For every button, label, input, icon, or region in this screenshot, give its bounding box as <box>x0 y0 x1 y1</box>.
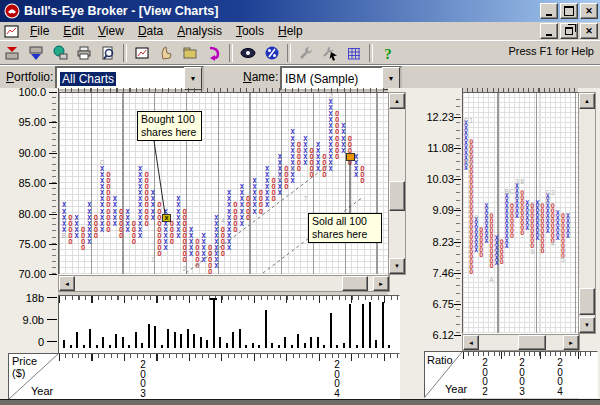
trade-marker-buy[interactable]: X <box>162 214 171 222</box>
annotation-sold[interactable]: Sold all 100 shares here <box>308 213 382 243</box>
y-axis-label: 8.23 <box>420 236 454 248</box>
menu-item-file[interactable]: File <box>23 23 56 39</box>
price-horizontal-scrollbar[interactable]: ◄ ► <box>58 275 390 292</box>
volume-bar <box>382 302 384 348</box>
month-marker: 7 <box>301 196 309 202</box>
window-bottom-border <box>0 399 600 405</box>
close-button[interactable]: ✕ <box>580 3 598 19</box>
undo-icon[interactable] <box>202 42 226 64</box>
y-axis-label: 9.09 <box>420 204 454 216</box>
volume-bar <box>180 334 182 348</box>
scroll-thumb[interactable] <box>342 276 368 291</box>
volume-bar <box>330 313 332 348</box>
y-axis-tick <box>454 273 461 274</box>
price-point-figure-chart[interactable]: X X X X XO O O O OX X X XO O O OX X X X … <box>58 92 390 275</box>
month-marker: 5 <box>276 175 284 181</box>
price-axis-title: Price ($) <box>12 355 37 379</box>
help-icon[interactable]: ? <box>376 42 400 64</box>
volume-bar <box>122 337 124 348</box>
volume-bar <box>265 310 267 348</box>
y-axis-label: 12.23 <box>420 111 454 123</box>
tools-wrench-icon[interactable] <box>294 42 318 64</box>
menu-item-tools[interactable]: Tools <box>229 23 271 39</box>
scroll-down-button[interactable]: ▼ <box>579 317 595 333</box>
y-axis-tick <box>49 214 57 215</box>
menu-item-edit[interactable]: Edit <box>56 23 91 39</box>
minimize-button[interactable] <box>540 3 558 19</box>
volume-bar <box>258 345 260 348</box>
price-vertical-scrollbar[interactable]: ▲ ▼ <box>388 92 406 275</box>
ratio-point-figure-chart[interactable]: X X X X X X X X X XO O O O O O O O O O O… <box>462 92 580 334</box>
y-axis-tick <box>454 304 461 305</box>
menu-item-help[interactable]: Help <box>271 23 310 39</box>
ratio-axis-minor-ticks <box>456 92 460 333</box>
volume-axis-tick <box>47 297 57 298</box>
name-label: Name: <box>243 70 278 84</box>
scroll-right-button[interactable]: ► <box>373 276 389 291</box>
y-axis-label: 75.00 <box>4 238 46 250</box>
volume-bar <box>109 345 111 348</box>
portfolio-file-icon[interactable] <box>178 42 202 64</box>
y-axis-label: 10.03 <box>420 173 454 185</box>
month-marker: 3 <box>193 263 201 269</box>
ratio-horizontal-scrollbar[interactable]: ◄ ► <box>462 334 580 351</box>
volume-bar <box>213 299 215 348</box>
internet-download-icon[interactable] <box>48 42 72 64</box>
scroll-thumb[interactable] <box>518 335 546 350</box>
menu-item-view[interactable]: View <box>91 23 131 39</box>
year-axis-title: Year <box>445 383 467 395</box>
menu-item-analysis[interactable]: Analysis <box>170 23 229 39</box>
trade-marker-sell[interactable] <box>346 153 355 161</box>
portfolio-label: Portfolio: <box>6 70 53 84</box>
mdi-restore-button[interactable] <box>560 23 578 39</box>
scroll-up-button[interactable]: ▲ <box>389 93 405 109</box>
status-help-hint: Press F1 for Help <box>508 45 594 57</box>
edit-chart-icon[interactable] <box>154 42 178 64</box>
name-value: IBM (Sample) <box>282 72 382 86</box>
mdi-minimize-button[interactable] <box>540 23 558 39</box>
print-preview-icon[interactable] <box>96 42 120 64</box>
scroll-right-button[interactable]: ► <box>563 335 579 350</box>
menu-item-data[interactable]: Data <box>131 23 170 39</box>
volume-bar <box>388 345 390 348</box>
volume-bar <box>63 340 65 348</box>
month-marker: 2 <box>181 266 189 272</box>
volume-bar <box>284 337 286 348</box>
percent-icon[interactable] <box>260 42 284 64</box>
grid-icon[interactable] <box>342 42 366 64</box>
chart-document-icon[interactable] <box>4 24 20 39</box>
scroll-up-button[interactable]: ▲ <box>579 93 595 109</box>
view-chart-icon[interactable] <box>130 42 154 64</box>
export-chart-icon[interactable] <box>0 42 24 64</box>
customize-icon[interactable] <box>318 42 342 64</box>
scroll-left-button[interactable]: ◄ <box>59 276 75 291</box>
scroll-thumb[interactable] <box>389 181 405 211</box>
scroll-down-button[interactable]: ▼ <box>389 258 405 274</box>
maximize-button[interactable] <box>560 3 578 19</box>
menu-bar: FileEditViewDataAnalysisToolsHelp ✕ <box>0 22 600 40</box>
pf-column-o: O O O <box>358 166 366 184</box>
volume-axis-label: 0 <box>2 336 44 348</box>
y-axis-tick <box>49 183 57 184</box>
ratio-vertical-scrollbar[interactable]: ▲ ▼ <box>578 92 596 334</box>
scroll-left-button[interactable]: ◄ <box>463 335 479 350</box>
volume-bar <box>362 304 364 348</box>
volume-bar <box>310 337 312 348</box>
volume-bar <box>232 332 234 348</box>
chart-selector-bar: Portfolio: All Charts ▼ Name: IBM (Sampl… <box>0 64 600 89</box>
volume-bar <box>245 345 247 348</box>
y-axis-label: 85.00 <box>4 177 46 189</box>
import-chart-icon[interactable] <box>24 42 48 64</box>
volume-axis-tick <box>47 341 57 342</box>
chevron-down-icon[interactable]: ▼ <box>184 67 202 90</box>
chevron-down-icon[interactable]: ▼ <box>382 67 400 90</box>
toolbar-separator <box>229 44 233 62</box>
scroll-thumb[interactable] <box>579 288 595 315</box>
print-icon[interactable] <box>72 42 96 64</box>
mdi-close-button[interactable]: ✕ <box>580 23 598 39</box>
volume-bar <box>297 334 299 348</box>
y-axis-tick <box>49 244 57 245</box>
volume-bar <box>317 337 319 348</box>
view-eye-icon[interactable] <box>236 42 260 64</box>
annotation-bought[interactable]: Bought 100 shares here <box>137 111 202 141</box>
